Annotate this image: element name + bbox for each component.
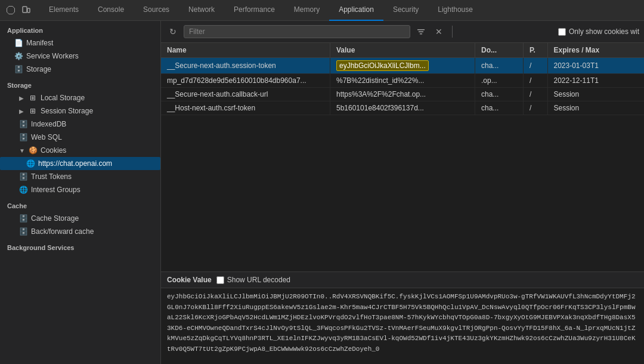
sidebar-item-cookies[interactable]: ▼ 🍪 Cookies bbox=[0, 144, 160, 157]
tab-elements[interactable]: Elements bbox=[39, 0, 88, 21]
cell-value: https%3A%2F%2Fchat.op... bbox=[330, 88, 475, 101]
cell-domain: cha... bbox=[475, 101, 524, 115]
local-storage-arrow: ▶ bbox=[19, 95, 25, 101]
svg-rect-4 bbox=[420, 33, 422, 35]
toolbar-right: Only show cookies wit bbox=[558, 27, 639, 36]
cell-value: eyJhbGciOiJkaXliLCJlbm... bbox=[330, 58, 475, 74]
sidebar-item-cache-storage[interactable]: 🗄️ Cache Storage bbox=[0, 212, 160, 225]
tab-application[interactable]: Application bbox=[329, 0, 383, 21]
clear-filter-button[interactable]: ✕ bbox=[432, 24, 446, 39]
show-url-decoded-label[interactable]: Show URL decoded bbox=[216, 276, 290, 284]
cell-expires: Session bbox=[547, 88, 644, 101]
table-row[interactable]: __Host-next-auth.csrf-token5b160101e8402… bbox=[161, 101, 644, 115]
section-application: Application bbox=[0, 21, 160, 36]
highlighted-value: eyJhbGciOiJkaXliLCJlbm... bbox=[336, 60, 429, 71]
tab-bar: Elements Console Sources Network Perform… bbox=[0, 0, 644, 21]
svg-rect-3 bbox=[419, 32, 423, 33]
cookie-value-header: Cookie Value Show URL decoded bbox=[161, 272, 644, 288]
tab-sources[interactable]: Sources bbox=[134, 0, 179, 21]
cookies-arrow: ▼ bbox=[19, 147, 25, 154]
interest-groups-icon: 🌐 bbox=[19, 186, 27, 194]
tab-security[interactable]: Security bbox=[383, 0, 428, 21]
sidebar-item-manifest[interactable]: 📄 Manifest bbox=[0, 36, 160, 50]
svg-rect-0 bbox=[23, 7, 27, 13]
cookie-value-title: Cookie Value bbox=[167, 276, 212, 284]
section-background: Background Services bbox=[0, 238, 160, 254]
cookie-table: Name Value Do... P. Expires / Max __Secu… bbox=[161, 43, 644, 272]
cookies-url-label: https://chat.openai.com bbox=[38, 159, 112, 168]
table-row[interactable]: mp_d7d7628de9d5e6160010b84db960a7...%7B%… bbox=[161, 74, 644, 88]
local-storage-icon: ⊞ bbox=[29, 94, 37, 102]
filter-options-button[interactable] bbox=[414, 24, 428, 39]
cell-expires: 2023-01-03T1 bbox=[547, 58, 644, 74]
sidebar-item-back-forward[interactable]: 🗄️ Back/forward cache bbox=[0, 225, 160, 238]
refresh-button[interactable]: ↻ bbox=[166, 24, 180, 39]
cell-path: / bbox=[524, 58, 548, 74]
tab-lighthouse[interactable]: Lighthouse bbox=[428, 0, 482, 21]
filter-input[interactable] bbox=[184, 25, 410, 38]
cell-name: __Secure-next-auth.session-token bbox=[161, 58, 330, 74]
toolbar: ↻ ✕ Only show cookies wit bbox=[161, 21, 644, 43]
sidebar-item-web-sql[interactable]: 🗄️ Web SQL bbox=[0, 131, 160, 144]
back-forward-icon: 🗄️ bbox=[19, 227, 27, 236]
cache-storage-icon: 🗄️ bbox=[19, 214, 27, 223]
col-header-domain: Do... bbox=[475, 43, 524, 58]
svg-rect-2 bbox=[417, 29, 425, 30]
cell-expires: Session bbox=[547, 101, 644, 115]
cookies-data-table: Name Value Do... P. Expires / Max __Secu… bbox=[161, 43, 644, 115]
sidebar-item-trust-tokens[interactable]: 🗄️ Trust Tokens bbox=[0, 170, 160, 183]
cookies-url-icon: 🌐 bbox=[26, 159, 35, 168]
session-storage-icon: ⊞ bbox=[29, 107, 37, 115]
cell-name: mp_d7d7628de9d5e6160010b84db960a7... bbox=[161, 74, 330, 88]
web-sql-icon: 🗄️ bbox=[19, 133, 27, 141]
sidebar: Application 📄 Manifest ⚙️ Service Worker… bbox=[0, 21, 161, 364]
tab-performance[interactable]: Performance bbox=[224, 0, 284, 21]
cell-name: __Host-next-auth.csrf-token bbox=[161, 101, 330, 115]
sidebar-item-session-storage[interactable]: ▶ ⊞ Session Storage bbox=[0, 104, 160, 118]
section-cache: Cache bbox=[0, 196, 160, 212]
content-area: ↻ ✕ Only show cookies wit bbox=[161, 21, 644, 364]
tab-console[interactable]: Console bbox=[88, 0, 134, 21]
service-workers-icon: ⚙️ bbox=[14, 52, 23, 60]
show-url-decoded-checkbox[interactable] bbox=[216, 276, 224, 284]
toolbar-separator bbox=[452, 26, 453, 38]
cell-value: 5b160101e8402f396137d... bbox=[330, 101, 475, 115]
table-row[interactable]: __Secure-next-auth.session-tokeneyJhbGci… bbox=[161, 58, 644, 74]
inspect-icon[interactable] bbox=[5, 4, 17, 16]
cookies-label: Cookies bbox=[41, 146, 66, 155]
manifest-icon: 📄 bbox=[14, 39, 23, 47]
sidebar-item-service-workers[interactable]: ⚙️ Service Workers bbox=[0, 50, 160, 63]
col-header-path: P. bbox=[524, 43, 548, 58]
trust-tokens-icon: 🗄️ bbox=[19, 172, 27, 181]
service-workers-label: Service Workers bbox=[26, 52, 79, 60]
cell-domain: .op... bbox=[475, 74, 524, 88]
only-show-cookies-checkbox-label[interactable]: Only show cookies wit bbox=[558, 27, 639, 36]
devtools-icons bbox=[5, 4, 32, 16]
section-storage: Storage bbox=[0, 76, 160, 91]
cell-path: / bbox=[524, 101, 548, 115]
cache-storage-label: Cache Storage bbox=[31, 214, 79, 223]
col-header-expires: Expires / Max bbox=[547, 43, 644, 58]
sidebar-item-local-storage[interactable]: ▶ ⊞ Local Storage bbox=[0, 91, 160, 104]
tab-network[interactable]: Network bbox=[179, 0, 224, 21]
only-show-cookies-checkbox[interactable] bbox=[558, 28, 566, 36]
sidebar-item-storage-top[interactable]: 🗄️ Storage bbox=[0, 63, 160, 76]
storage-top-label: Storage bbox=[26, 65, 51, 73]
indexeddb-icon: 🗄️ bbox=[19, 120, 27, 128]
cookie-value-panel: Cookie Value Show URL decoded eyJhbGciOi… bbox=[161, 272, 644, 364]
tab-memory[interactable]: Memory bbox=[284, 0, 329, 21]
trust-tokens-label: Trust Tokens bbox=[31, 172, 72, 181]
device-toggle-icon[interactable] bbox=[20, 4, 32, 16]
main-layout: Application 📄 Manifest ⚙️ Service Worker… bbox=[0, 21, 644, 364]
sidebar-item-cookies-url[interactable]: 🌐 https://chat.openai.com bbox=[0, 157, 160, 170]
sidebar-item-interest-groups[interactable]: 🌐 Interest Groups bbox=[0, 183, 160, 196]
session-storage-arrow: ▶ bbox=[19, 108, 25, 115]
cell-name: __Secure-next-auth.callback-url bbox=[161, 88, 330, 101]
svg-rect-1 bbox=[27, 8, 30, 13]
back-forward-label: Back/forward cache bbox=[31, 227, 94, 236]
sidebar-item-indexeddb[interactable]: 🗄️ IndexedDB bbox=[0, 118, 160, 131]
indexeddb-label: IndexedDB bbox=[31, 120, 66, 128]
table-row[interactable]: __Secure-next-auth.callback-urlhttps%3A%… bbox=[161, 88, 644, 101]
cell-value: %7B%22distinct_id%22%... bbox=[330, 74, 475, 88]
interest-groups-label: Interest Groups bbox=[31, 186, 80, 194]
